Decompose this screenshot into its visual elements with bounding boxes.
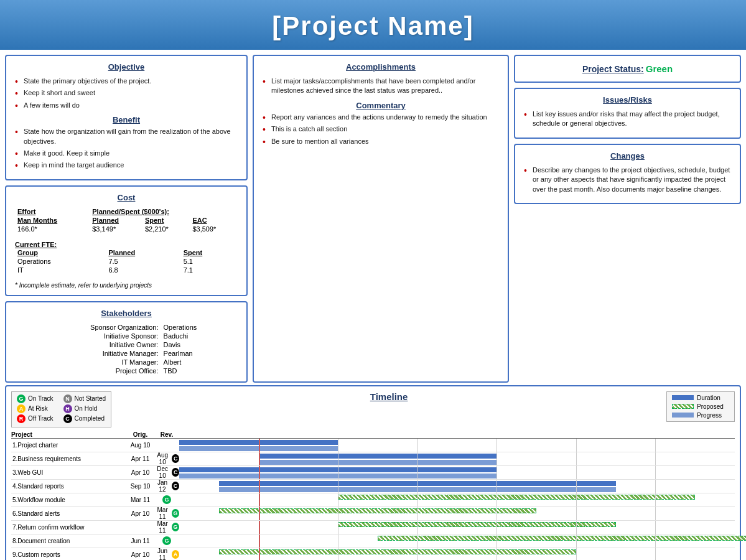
sh-value-1: Baduchi (161, 332, 238, 340)
sh-label-0: Sponsor Organization: (15, 323, 161, 332)
grid-line-3-row-0 (417, 439, 418, 452)
changes-title: Changes (524, 151, 731, 161)
project-row-7: 8.Document creationJun 11G (11, 534, 735, 548)
project-status-panel: Project Status: Green (514, 55, 741, 83)
proj-rev-8: Jun 11A (154, 548, 179, 560)
stakeholders-panel: Stakeholders Sponsor Organization: Opera… (5, 301, 248, 383)
bar-legend-duration: Duration (672, 394, 729, 401)
grid-line-4-row-0 (497, 439, 497, 452)
fte-ops-planned: 7.5 (106, 257, 180, 266)
grid-line-5-row-6 (576, 521, 577, 534)
proj-orig-8: Apr 10 (126, 551, 154, 558)
sh-label-5: Project Office: (15, 366, 161, 375)
sh-value-0: Operations (161, 323, 238, 332)
val-manmonths: 166.0* (15, 225, 90, 233)
grid-line-4-row-2 (497, 466, 497, 479)
changes-panel: Changes Describe any changes to the proj… (514, 144, 741, 204)
col-middle: Accomplishments List major tasks/accompl… (253, 55, 509, 383)
project-row-5: 6.Standard alertsApr 10Mar 11G (11, 507, 735, 521)
bar-proposed-6 (338, 522, 616, 527)
grid-line-5-row-7 (576, 534, 577, 548)
sh-value-5: TBD (161, 366, 238, 375)
stakeholder-row-0: Sponsor Organization: Operations (15, 323, 238, 332)
proj-chart-6 (179, 521, 735, 534)
legend-label-offtrack: Off Track (28, 415, 53, 422)
grid-line-1-row-1 (259, 452, 259, 465)
proj-name-1: 2.Business requirements (11, 455, 126, 462)
grid-line-2-row-7 (338, 534, 338, 548)
legend-circle-c: C (63, 414, 72, 423)
grid-line-6-row-7 (655, 534, 656, 548)
bar-legend-progress: Progress (672, 412, 729, 419)
proj-orig-4: Mar 11 (126, 497, 154, 503)
bar-proposed-7 (378, 536, 746, 541)
fte-row-it: IT 6.8 7.1 (15, 266, 238, 274)
benefit-list: State how the organization will gain fro… (15, 127, 238, 170)
bar-legend-proposed: Proposed (672, 403, 729, 410)
proj-rev-1: Aug 10C (154, 452, 179, 465)
gantt-col-rev: Rev. (154, 431, 179, 438)
page-title: [Project Name] (0, 11, 746, 41)
stakeholder-row-4: IT Manager: Albert (15, 358, 238, 366)
commentary-item-3: Be sure to mention all variances (263, 137, 499, 146)
sh-label-1: Initiative Sponsor: (15, 332, 161, 340)
benefit-item-3: Keep in mind the target audience (15, 161, 238, 170)
grid-line-6-row-5 (655, 507, 656, 520)
proj-name-5: 6.Standard alerts (11, 510, 126, 517)
objective-item-2: Keep it short and sweet (15, 88, 238, 98)
commentary-list: Report any variances and the actions und… (263, 113, 499, 146)
grid-line-2-row-1 (338, 452, 338, 465)
grid-line-1-row-4 (259, 493, 259, 506)
grid-line-3-row-4 (417, 493, 418, 506)
grid-line-3-row-3 (417, 480, 418, 493)
bar-legend: Duration Proposed Progress (666, 391, 735, 422)
fte-col-planned: Planned (108, 249, 135, 256)
legend-left-col: G On Track A At Risk R Off Track (17, 394, 54, 424)
grid-line-5-row-1 (576, 452, 577, 465)
stakeholder-row-2: Initiative Owner: Davis (15, 340, 238, 349)
commentary-title: Commentary (263, 101, 499, 110)
grid-line-4-row-1 (497, 452, 497, 465)
proj-chart-0 (179, 439, 735, 452)
proj-name-7: 8.Document creation (11, 538, 126, 544)
proj-chart-3 (179, 480, 735, 493)
val-eac: $3,509* (190, 225, 238, 233)
status-circle-4: G (162, 495, 171, 504)
grid-line-1-row-7 (259, 534, 259, 548)
current-fte-label: Current FTE: (15, 241, 238, 248)
accomplishments-item-1: List major tasks/accomplishments that ha… (263, 77, 499, 96)
fte-it-planned: 6.8 (106, 266, 180, 274)
stakeholders-table: Sponsor Organization: Operations Initiat… (15, 323, 238, 375)
project-status-label: Project Status: (582, 64, 644, 74)
proj-rev-6: Mar 11G (154, 520, 179, 534)
project-row-2: 3.Web GUIApr 10Dec 10C (11, 466, 735, 480)
commentary-item-1: Report any variances and the actions und… (263, 113, 499, 122)
gantt-col-chart (179, 431, 735, 438)
grid-line-6-row-1 (655, 452, 656, 465)
timeline-title: Timeline (111, 391, 666, 402)
sh-label-4: IT Manager: (15, 358, 161, 366)
proj-rev-3: Jan 12C (154, 479, 179, 493)
fte-ops-group: Operations (15, 257, 106, 266)
fte-col-group: Group (17, 249, 38, 256)
grid-line-3-row-7 (417, 534, 418, 548)
cost-footnote: * Incomplete estimate, refer to underlyi… (15, 282, 238, 289)
status-circle-2: C (172, 468, 179, 477)
grid-line-2-row-5 (338, 507, 338, 520)
proposed-label: Proposed (697, 403, 724, 410)
legend-label-ontrack: On Track (28, 395, 54, 402)
grid-line-4-row-8 (497, 548, 497, 560)
proj-name-8: 9.Custom reports (11, 551, 126, 558)
project-row-6: 7.Return confirm workflowMar 11G (11, 521, 735, 534)
project-status-value: Green (646, 63, 673, 74)
grid-line-1-row-0 (259, 439, 259, 452)
grid-line-3-row-2 (417, 466, 418, 479)
progress-bar-icon (672, 413, 694, 418)
grid-line-3-row-6 (417, 521, 418, 534)
proj-rev-2: Dec 10C (154, 465, 179, 479)
bar-proposed-5 (219, 508, 536, 513)
cost-table: Effort Planned/Spent ($000's): Man Month… (15, 207, 238, 233)
effort-label: Effort (17, 208, 35, 215)
changes-item-1: Describe any changes to the project obje… (524, 166, 731, 194)
proj-orig-0: Aug 10 (126, 442, 154, 449)
